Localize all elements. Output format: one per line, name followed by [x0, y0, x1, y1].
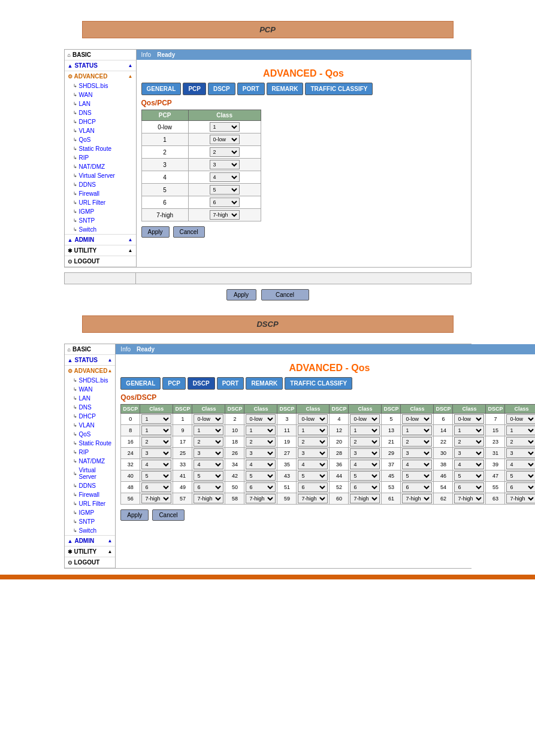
dscp-sidebar-item-vlan[interactable]: ↳VLAN — [65, 421, 116, 430]
dscp-class-cell[interactable]: 0-low1234567-high — [349, 459, 382, 470]
dscp-class-cell[interactable]: 0-low1234567-high — [140, 425, 173, 436]
dscp-class-cell[interactable]: 0-low1234567-high — [505, 425, 535, 436]
dscp-class-cell[interactable]: 0-low1234567-high — [244, 459, 277, 470]
dscp-class-cell[interactable]: 0-low1234567-high — [453, 459, 486, 470]
dscp-sidebar-item-igmp[interactable]: ↳IGMP — [65, 508, 116, 517]
dscp-class-cell[interactable]: 0-low1234567-high — [244, 414, 277, 425]
nav-btn-traffic-classify[interactable]: TRAFFIC CLASSIFY — [305, 83, 373, 95]
dscp-sidebar-status[interactable]: ▲ STATUS ▲ — [65, 355, 116, 365]
dscp-class-select[interactable]: 0-low1234567-high — [402, 471, 432, 481]
dscp-class-select[interactable]: 0-low1234567-high — [298, 426, 328, 435]
dscp-class-select[interactable]: 0-low1234567-high — [141, 414, 171, 424]
dscp-class-cell[interactable]: 0-low1234567-high — [297, 425, 330, 436]
class-cell[interactable]: 0-low1234567-high — [188, 133, 261, 146]
dscp-class-cell[interactable]: 0-low1234567-high — [505, 448, 535, 459]
dscp-class-select[interactable]: 0-low1234567-high — [246, 426, 276, 435]
sidebar-item-dhcp[interactable]: ↳DHCP — [65, 117, 136, 126]
dscp-class-select[interactable]: 0-low1234567-high — [454, 448, 484, 458]
sidebar-item-firewall[interactable]: ↳Firewall — [65, 189, 136, 198]
dscp-class-cell[interactable]: 0-low1234567-high — [349, 425, 382, 436]
dscp-class-select[interactable]: 0-low1234567-high — [141, 460, 171, 469]
dscp-class-cell[interactable]: 0-low1234567-high — [297, 482, 330, 493]
dscp-sidebar-item-rip[interactable]: ↳RIP — [65, 448, 116, 457]
sidebar-item-vlan[interactable]: ↳VLAN — [65, 126, 136, 135]
dscp-sidebar-advanced[interactable]: ⚙ ADVANCED ▲ — [65, 366, 116, 376]
dscp-class-cell[interactable]: 0-low1234567-high — [297, 493, 330, 505]
dscp-class-select[interactable]: 0-low1234567-high — [506, 471, 535, 481]
dscp-class-select[interactable]: 0-low1234567-high — [402, 426, 432, 435]
dscp-class-cell[interactable]: 0-low1234567-high — [349, 482, 382, 493]
pcp-cancel-button[interactable]: Cancel — [173, 226, 205, 238]
dscp-class-cell[interactable]: 0-low1234567-high — [349, 436, 382, 448]
dscp-class-select[interactable]: 0-low1234567-high — [454, 426, 484, 435]
dscp-class-select[interactable]: 0-low1234567-high — [246, 482, 276, 492]
dscp-nav-btn-port[interactable]: PORT — [217, 377, 244, 390]
dscp-class-select[interactable]: 0-low1234567-high — [350, 482, 380, 492]
dscp-class-select[interactable]: 0-low1234567-high — [506, 494, 535, 503]
dscp-class-select[interactable]: 0-low1234567-high — [194, 448, 223, 458]
dscp-class-select[interactable]: 0-low1234567-high — [506, 414, 535, 424]
dscp-class-select[interactable]: 0-low1234567-high — [350, 471, 380, 481]
sidebar-item-static-route[interactable]: ↳Static Route — [65, 144, 136, 153]
dscp-class-select[interactable]: 0-low1234567-high — [246, 494, 276, 503]
dscp-class-select[interactable]: 0-low1234567-high — [194, 437, 223, 447]
dscp-class-select[interactable]: 0-low1234567-high — [454, 437, 484, 447]
dscp-class-cell[interactable]: 0-low1234567-high — [297, 470, 330, 482]
sidebar-item-igmp[interactable]: ↳IGMP — [65, 207, 136, 216]
dscp-class-cell[interactable]: 0-low1234567-high — [505, 470, 535, 482]
dscp-class-cell[interactable]: 0-low1234567-high — [192, 448, 225, 459]
dscp-class-cell[interactable]: 0-low1234567-high — [192, 482, 225, 493]
dscp-class-cell[interactable]: 0-low1234567-high — [401, 482, 434, 493]
dscp-class-cell[interactable]: 0-low1234567-high — [453, 414, 486, 425]
dscp-class-select[interactable]: 0-low1234567-high — [506, 437, 535, 447]
dscp-class-cell[interactable]: 0-low1234567-high — [192, 493, 225, 505]
dscp-class-cell[interactable]: 0-low1234567-high — [140, 459, 173, 470]
dscp-class-cell[interactable]: 0-low1234567-high — [244, 482, 277, 493]
dscp-class-cell[interactable]: 0-low1234567-high — [192, 459, 225, 470]
dscp-class-select[interactable]: 0-low1234567-high — [402, 482, 432, 492]
dscp-class-cell[interactable]: 0-low1234567-high — [349, 493, 382, 505]
class-cell[interactable]: 0-low1234567-high — [188, 171, 261, 184]
sidebar-status[interactable]: ▲ STATUS ▲ — [65, 60, 136, 71]
pcp-apply-button-2[interactable]: Apply — [226, 289, 256, 300]
dscp-class-cell[interactable]: 0-low1234567-high — [505, 482, 535, 493]
dscp-class-cell[interactable]: 0-low1234567-high — [401, 470, 434, 482]
dscp-nav-btn-dscp[interactable]: DSCP — [188, 377, 215, 390]
dscp-class-cell[interactable]: 0-low1234567-high — [192, 425, 225, 436]
dscp-class-select[interactable]: 0-low1234567-high — [246, 471, 276, 481]
dscp-class-select[interactable]: 0-low1234567-high — [194, 426, 223, 435]
dscp-nav-btn-pcp[interactable]: PCP — [162, 377, 186, 390]
dscp-sidebar-item-dns[interactable]: ↳DNS — [65, 403, 116, 412]
dscp-class-select[interactable]: 0-low1234567-high — [298, 482, 328, 492]
dscp-class-cell[interactable]: 0-low1234567-high — [453, 425, 486, 436]
dscp-class-select[interactable]: 0-low1234567-high — [506, 482, 535, 492]
dscp-class-cell[interactable]: 0-low1234567-high — [244, 436, 277, 448]
dscp-class-select[interactable]: 0-low1234567-high — [141, 482, 171, 492]
dscp-class-select[interactable]: 0-low1234567-high — [402, 460, 432, 469]
nav-btn-pcp[interactable]: PCP — [183, 83, 206, 95]
dscp-class-cell[interactable]: 0-low1234567-high — [297, 459, 330, 470]
dscp-class-cell[interactable]: 0-low1234567-high — [401, 459, 434, 470]
dscp-class-select[interactable]: 0-low1234567-high — [194, 460, 223, 469]
class-select[interactable]: 0-low1234567-high — [210, 122, 240, 132]
dscp-class-select[interactable]: 0-low1234567-high — [141, 471, 171, 481]
dscp-sidebar-item-dhcp[interactable]: ↳DHCP — [65, 412, 116, 421]
dscp-class-cell[interactable]: 0-low1234567-high — [401, 425, 434, 436]
dscp-class-cell[interactable]: 0-low1234567-high — [349, 470, 382, 482]
dscp-class-cell[interactable]: 0-low1234567-high — [244, 493, 277, 505]
dscp-class-cell[interactable]: 0-low1234567-high — [505, 493, 535, 505]
class-select[interactable]: 0-low1234567-high — [210, 135, 240, 144]
dscp-class-select[interactable]: 0-low1234567-high — [194, 414, 223, 424]
dscp-class-select[interactable]: 0-low1234567-high — [141, 426, 171, 435]
sidebar-item-ddns[interactable]: ↳DDNS — [65, 180, 136, 189]
dscp-class-select[interactable]: 0-low1234567-high — [298, 414, 328, 424]
class-select[interactable]: 0-low1234567-high — [210, 172, 240, 182]
dscp-class-select[interactable]: 0-low1234567-high — [246, 437, 276, 447]
dscp-class-cell[interactable]: 0-low1234567-high — [244, 448, 277, 459]
dscp-class-select[interactable]: 0-low1234567-high — [402, 437, 432, 447]
dscp-sidebar-item-lan[interactable]: ↳LAN — [65, 394, 116, 403]
dscp-class-cell[interactable]: 0-low1234567-high — [401, 448, 434, 459]
dscp-class-select[interactable]: 0-low1234567-high — [194, 494, 223, 503]
dscp-class-cell[interactable]: 0-low1234567-high — [192, 436, 225, 448]
dscp-sidebar-item-virtual-server[interactable]: ↳Virtual Server — [65, 466, 116, 481]
